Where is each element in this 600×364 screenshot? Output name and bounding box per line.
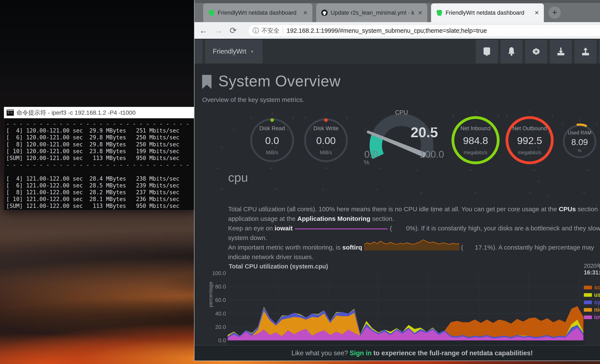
terminal-line: [ 10] 120.00-121.00 sec 23.8 MBytes 199 …: [6, 148, 196, 155]
legend-item-system[interactable]: system: [584, 299, 600, 306]
gauge-net-outbound[interactable]: Net Outbound 992.5 megabits/s: [506, 116, 554, 164]
iowait-value: 0%: [392, 225, 415, 232]
screen: C:\ 命令提示符 - iperf3 -c 192.168.1.2 -P4 -t…: [0, 0, 600, 364]
legend-label: system: [594, 299, 600, 306]
print-mode-button[interactable]: [476, 40, 498, 63]
forward-button[interactable]: →: [212, 24, 224, 36]
netdata-favicon-icon: [208, 9, 215, 16]
info-icon[interactable]: ⓘ: [253, 26, 259, 35]
iowait-label: iowait: [275, 225, 293, 232]
import-snapshot-button[interactable]: [550, 40, 572, 63]
gauge-value: 8.09: [571, 137, 588, 147]
export-snapshot-button[interactable]: [574, 40, 597, 63]
sign-in-link[interactable]: Sign in: [350, 349, 372, 357]
terminal-titlebar[interactable]: C:\ 命令提示符 - iperf3 -c 192.168.1.2 -P4 -t…: [4, 107, 196, 118]
text: section and per: [576, 205, 600, 213]
cpu-description-line: An important metric worth monitoring, is…: [228, 244, 600, 254]
terminal-title: 命令提示符 - iperf3 -c 192.168.1.2 -P4 -t1000: [16, 109, 136, 117]
settings-button[interactable]: [525, 40, 547, 63]
gauge-disk-read[interactable]: Disk Read 0.0 MiB/s: [250, 118, 294, 162]
applications-monitoring-link[interactable]: Applications Monitoring: [297, 215, 370, 222]
new-tab-button[interactable]: +: [549, 6, 561, 19]
legend-label: softirq: [594, 284, 600, 291]
navbar-left-stub: [195, 40, 203, 63]
iowait-sparkline[interactable]: [294, 228, 388, 230]
text: ). A constantly high percentage may: [493, 244, 594, 251]
legend-label: nice: [594, 307, 600, 313]
gauge-disk-write[interactable]: Disk Write 0.00 MiB/s: [304, 118, 348, 162]
text: (: [461, 244, 463, 251]
gauge-unit: megabits/s: [518, 150, 541, 156]
tab-strip: FriendlyWrt netdata dashboard ✕ Update r…: [195, 0, 600, 22]
gauge-label: Disk Write: [313, 125, 338, 132]
gauge-unit: %: [578, 148, 581, 153]
back-button[interactable]: ←: [197, 24, 209, 36]
security-label: 不安全: [262, 27, 279, 35]
legend-item-user[interactable]: user: [584, 292, 600, 298]
terminal-line: [ 10] 121.00-122.00 sec 28.1 MBytes 236 …: [6, 196, 196, 203]
gauge-unit: %: [360, 159, 373, 166]
gauge-value: 984.8: [463, 135, 488, 146]
text: ). If it is constantly high, your disks …: [415, 225, 600, 232]
softirq-value: 17.1%: [463, 244, 493, 251]
y-tick-label: 60.0: [203, 297, 226, 303]
text: section.: [370, 215, 394, 222]
terminal-line: [SUM] 121.00-122.00 sec 113 MBytes 950 M…: [6, 203, 196, 209]
url-text[interactable]: 192.168.2.1:19999/#menu_system_submenu_c…: [287, 27, 487, 34]
navbar-partial-button[interactable]: [599, 40, 600, 63]
gauge-unit: MiB/s: [320, 150, 332, 156]
github-favicon-icon: [321, 9, 328, 16]
gauge-cpu[interactable]: CPU 20.5 0.0 100.0 %: [360, 108, 443, 171]
browser-toolbar: ← → ⟳ ⓘ 不安全 192.168.2.1:19999/#menu_syst…: [195, 22, 600, 39]
terminal-line: - - - - - - - - - - - - - - - - - - - - …: [6, 121, 196, 127]
terminal-line: [ 6] 120.00-121.00 sec 29.8 MBytes 250 M…: [6, 134, 196, 141]
terminal-line: [ 6] 121.00-122.00 sec 28.5 MBytes 239 M…: [6, 182, 196, 189]
banner-text: to experience the full-range of netdata …: [373, 349, 533, 357]
legend-label: user: [594, 292, 600, 298]
x-axis-strip: [228, 340, 583, 345]
gauge-min: 0.0: [363, 149, 380, 160]
chart-date: 2020年3月21日: [584, 262, 600, 270]
cpus-link[interactable]: CPUs: [559, 205, 576, 213]
browser-window: FriendlyWrt netdata dashboard ✕ Update r…: [194, 0, 600, 361]
tab-close-icon[interactable]: ✕: [302, 9, 309, 16]
tab-netdata-1[interactable]: FriendlyWrt netdata dashboard ✕: [203, 3, 312, 22]
y-tick-label: 80.0: [203, 283, 226, 290]
address-bar[interactable]: ⓘ 不安全 192.168.2.1:19999/#menu_system_sub…: [248, 25, 600, 37]
bookmark-icon: [202, 75, 212, 89]
address-divider: [283, 27, 283, 34]
legend-swatch: [584, 308, 592, 312]
gauge-used-ram[interactable]: Used RAM 8.09 %: [563, 125, 596, 158]
reload-button[interactable]: ⟳: [227, 24, 239, 36]
legend-item-nice[interactable]: nice: [584, 307, 600, 313]
terminal-output[interactable]: - - - - - - - - - - - - - - - - - - - - …: [4, 118, 196, 210]
upload-icon: [581, 47, 591, 56]
gauge-value: 20.5: [411, 124, 438, 140]
chevron-down-icon: ▾: [251, 49, 253, 54]
tab-close-icon[interactable]: ✕: [533, 9, 540, 16]
gauge-label: Net Outbound: [512, 125, 547, 132]
host-dropdown[interactable]: FriendlyWrt ▾: [205, 40, 262, 63]
legend-item-softirq[interactable]: softirq: [584, 284, 600, 291]
tab-title: Update r2s_lean_minimal.yml · k: [331, 9, 414, 16]
gauge-max: 100.0: [420, 149, 443, 160]
tab-github[interactable]: Update r2s_lean_minimal.yml · k ✕: [316, 3, 427, 22]
cpu-description-line: Total CPU utilization (all cores). 100% …: [228, 205, 600, 215]
legend-item-iowait[interactable]: iowait: [584, 314, 600, 320]
alarms-button[interactable]: [500, 40, 523, 63]
softirq-sparkline[interactable]: [364, 247, 459, 250]
tab-close-icon[interactable]: ✕: [417, 9, 424, 16]
signin-banner: Like what you see? Sign in to experience…: [195, 345, 600, 361]
y-tick-label: 40.0: [203, 310, 226, 317]
bell-icon: [506, 47, 516, 56]
terminal-line: [6, 168, 196, 175]
gauge-net-inbound[interactable]: Net Inbound 984.8 megabits/s: [451, 116, 500, 164]
gear-icon: [531, 47, 541, 56]
cpu-stacked-area-chart[interactable]: [228, 273, 583, 340]
cpu-description-line: application usage at the Applications Mo…: [228, 215, 600, 224]
gauge-unit: megabits/s: [464, 150, 487, 156]
tab-netdata-2-active[interactable]: FriendlyWrt netdata dashboard ✕: [431, 3, 544, 22]
page-title: System Overview: [218, 72, 341, 90]
legend-swatch: [584, 316, 592, 319]
legend-swatch: [584, 293, 592, 297]
